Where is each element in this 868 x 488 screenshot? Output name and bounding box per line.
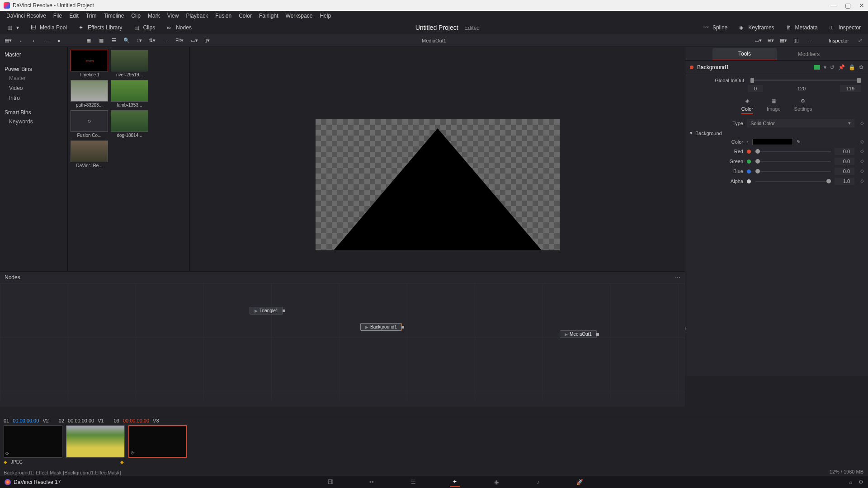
nodes-panel-options-icon[interactable]: ⋯ [675,274,680,281]
home-icon[interactable]: ⌂ [849,479,852,485]
global-out-value[interactable]: 119 [840,85,861,92]
smartbins-header[interactable]: Smart Bins [0,107,67,117]
clip-thumb-3[interactable]: ⟳ [128,425,187,458]
viewer-layout-1[interactable]: ▭▾ [190,36,199,45]
green-slider[interactable] [755,161,831,162]
green-value[interactable]: 0.0 [835,158,854,165]
menu-mark[interactable]: Mark [144,13,164,19]
metadata-toggle[interactable]: 🗎Metadata [783,23,821,32]
viewer-opt-grid[interactable]: ▦▾ [779,36,788,45]
menu-fusion[interactable]: Fusion [212,13,235,19]
menu-timeline[interactable]: Timeline [100,13,127,19]
menu-fairlight[interactable]: Fairlight [255,13,282,19]
node-background1[interactable]: ▶Background1 [360,323,402,331]
viewer-opt-target[interactable]: ⊕▾ [766,36,775,45]
close-button[interactable]: ✕ [859,2,864,9]
thumb-dog[interactable]: dog-18014... [111,110,148,138]
reset-icon[interactable]: ↺ [830,64,835,70]
color-keyframe-diamond[interactable] [860,140,864,144]
menu-color[interactable]: Color [235,13,255,19]
node-triangle1[interactable]: ▶Triangle1 [250,307,283,314]
view-thumb-sm-icon[interactable]: ▩ [97,36,106,45]
menu-file[interactable]: File [50,13,66,19]
viewer-opt-dual[interactable]: ▯▯ [792,36,801,45]
view-thumb-lg-icon[interactable]: ▦ [84,36,93,45]
nav-back[interactable]: ‹ [16,36,25,45]
menu-edit[interactable]: Edit [66,13,82,19]
maximize-button[interactable]: ▢ [845,2,851,9]
spline-toggle[interactable]: 〰Spline [701,23,730,32]
page-cut-icon[interactable]: ✂ [367,478,377,487]
clip-thumb-2[interactable] [66,425,125,458]
powerbin-master[interactable]: Master [0,73,67,83]
thumb-timeline1[interactable]: ▭▭Timeline 1 [71,50,108,77]
global-in-value[interactable]: 0 [748,85,763,92]
alpha-value[interactable]: 1.0 [835,178,854,185]
pin-icon[interactable]: 📌 [838,64,845,70]
clip-thumb-1[interactable]: ⟳ [4,425,62,458]
menu-view[interactable]: View [164,13,183,19]
insp-subtab-image[interactable]: ▦Image [767,97,781,114]
keyframes-toggle[interactable]: ◈Keyframes [736,23,777,32]
smartbin-keywords[interactable]: Keywords [0,117,67,127]
effects-library-toggle[interactable]: ✦Effects Library [76,23,125,32]
green-keyframe-diamond[interactable] [860,160,864,163]
alpha-slider[interactable] [755,181,831,182]
star-icon[interactable]: ✿ [859,64,863,70]
inspector-toggle[interactable]: ✖⃝Inspector [827,23,863,32]
page-deliver-icon[interactable]: 🚀 [575,478,585,487]
minimize-button[interactable]: — [830,2,837,9]
powerbin-intro[interactable]: Intro [0,93,67,103]
clips-toggle[interactable]: ▤Clips [132,23,158,32]
page-fairlight-icon[interactable]: ♪ [533,478,543,487]
thumb-davinci[interactable]: DaVinci Re... [71,141,108,168]
thumb-lamb[interactable]: lamb-1353... [111,80,148,108]
inspector-tab-modifiers[interactable]: Modifiers [777,48,841,60]
layout-dropdown[interactable]: ▥▾ [5,23,22,32]
page-media-icon[interactable]: 🎞 [325,478,335,487]
node-graph[interactable]: ▶Triangle1 ▶Background1 ▶MediaOut1 [0,283,685,401]
type-select[interactable]: Solid Color▾ [747,119,854,127]
red-slider[interactable] [755,151,831,152]
thumb-path[interactable]: path-83203... [71,80,108,108]
view-list-icon[interactable]: ☰ [109,36,118,45]
menu-trim[interactable]: Trim [82,13,100,19]
powerbins-header[interactable]: Power Bins [0,63,67,73]
menu-davinci[interactable]: DaVinci Resolve [3,13,50,19]
search-icon[interactable]: 🔍 [122,36,131,45]
thumb-river[interactable]: river-29519... [111,50,148,77]
nav-fwd[interactable]: › [29,36,38,45]
node-mediaout1[interactable]: ▶MediaOut1 [560,330,597,338]
blue-value[interactable]: 0.0 [835,168,854,175]
version-icon[interactable] [814,65,820,70]
page-color-icon[interactable]: ◉ [491,478,501,487]
page-fusion-icon[interactable]: ✦ [450,478,460,487]
insp-subtab-settings[interactable]: ⚙Settings [794,97,812,114]
inspector-tab-tools[interactable]: Tools [712,48,777,60]
type-keyframe-diamond[interactable] [860,121,864,125]
more-icon[interactable]: ⋯ [42,36,51,45]
alpha-keyframe-diamond[interactable] [860,179,864,183]
insp-subtab-color[interactable]: ◈Color [741,97,753,114]
red-keyframe-diamond[interactable] [860,150,864,153]
bin-master[interactable]: Master [0,50,67,60]
more-2-icon[interactable]: ⋯ [160,36,169,45]
color-swatch[interactable] [752,139,793,145]
viewer-layout-2[interactable]: ▯▾ [203,36,212,45]
background-section-header[interactable]: ▾Background [690,130,863,136]
filter-dropdown[interactable]: ⇅▾ [147,36,156,45]
dot-icon[interactable]: ● [54,36,63,45]
media-pool-toggle[interactable]: 🎞Media Pool [28,23,70,32]
node-enable-dot[interactable] [690,66,693,69]
blue-keyframe-diamond[interactable] [860,169,864,173]
powerbin-video[interactable]: Video [0,83,67,93]
menu-clip[interactable]: Clip [127,13,144,19]
zoom-fit-dropdown[interactable]: Fit▾ [173,38,186,43]
lock-icon[interactable]: 🔒 [849,64,855,70]
viewer-opt-1[interactable]: ▭▾ [754,36,763,45]
eyedropper-icon[interactable]: ✎ [797,139,801,145]
inspector-expand-icon[interactable]: ⤢ [855,36,864,45]
bin-dropdown[interactable]: ▤▾ [4,36,13,45]
red-value[interactable]: 0.0 [835,148,854,155]
page-edit-icon[interactable]: ☰ [408,478,418,487]
